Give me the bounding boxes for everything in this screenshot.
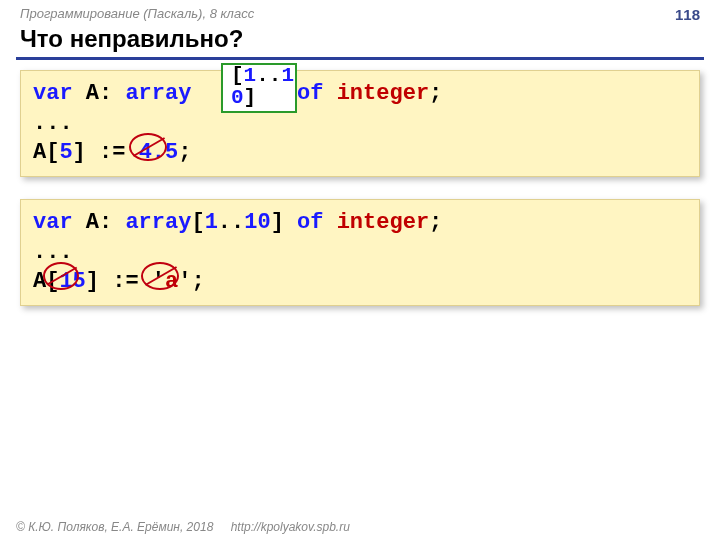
range-high: 10: [244, 210, 270, 235]
keyword-of: of: [297, 210, 323, 235]
value-4-5: 4.5: [139, 140, 179, 165]
copyright: © К.Ю. Поляков, Е.А. Ерёмин, 2018: [16, 520, 213, 534]
type-integer: integer: [337, 81, 429, 106]
keyword-array: array: [125, 81, 191, 106]
header: Программирование (Паскаль), 8 класс 118: [0, 0, 720, 25]
code-line: var A: array of integer;: [33, 79, 687, 109]
keyword-var: var: [33, 81, 73, 106]
code-line: A[5] := 4.5;: [33, 138, 687, 168]
footer: © К.Ю. Поляков, Е.А. Ерёмин, 2018 http:/…: [16, 520, 350, 534]
char-a: a: [165, 269, 178, 294]
code-line: ...: [33, 238, 687, 268]
code-block-2: var A: array[1..10] of integer; ... A[15…: [20, 199, 700, 306]
code-line: var A: array[1..10] of integer;: [33, 208, 687, 238]
keyword-var: var: [33, 210, 73, 235]
footer-url: http://kpolyakov.spb.ru: [231, 520, 350, 534]
code-line: ...: [33, 109, 687, 139]
index-5: 5: [59, 140, 72, 165]
index-15: 15: [59, 269, 85, 294]
page-title: Что неправильно?: [0, 25, 720, 57]
title-divider: [16, 57, 704, 60]
code-block-1: var A: array of integer; ... A[5] := 4.5…: [20, 70, 700, 177]
range-low: 1: [205, 210, 218, 235]
keyword-array: array: [125, 210, 191, 235]
type-integer: integer: [337, 210, 429, 235]
page-number: 118: [675, 6, 700, 23]
course-label: Программирование (Паскаль), 8 класс: [20, 6, 254, 23]
code-line: A[15] := 'a';: [33, 267, 687, 297]
range-callout: [1..10]: [221, 63, 297, 113]
keyword-of: of: [297, 81, 323, 106]
